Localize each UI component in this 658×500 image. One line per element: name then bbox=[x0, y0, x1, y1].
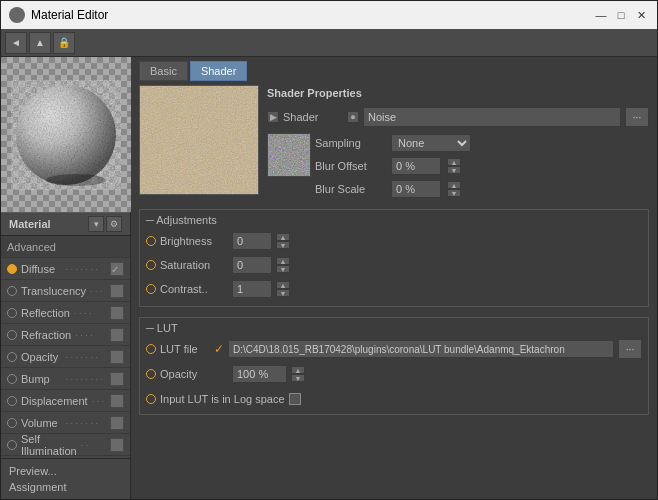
channel-refraction[interactable]: Refraction · · · · bbox=[1, 324, 130, 346]
channel-diffuse[interactable]: Diffuse · · · · · · · ✓ bbox=[1, 258, 130, 280]
channel-volume[interactable]: Volume · · · · · · · bbox=[1, 412, 130, 434]
diffuse-dots: · · · · · · · bbox=[66, 264, 107, 274]
volume-check[interactable] bbox=[110, 416, 124, 430]
brightness-radio[interactable] bbox=[146, 236, 156, 246]
volume-dots: · · · · · · · bbox=[66, 418, 107, 428]
channel-translucency[interactable]: Translucency · · · bbox=[1, 280, 130, 302]
lut-opacity-radio[interactable] bbox=[146, 369, 156, 379]
channel-list: Advanced Diffuse · · · · · · · ✓ Translu… bbox=[1, 236, 130, 458]
shader-dots-button[interactable]: ··· bbox=[625, 107, 649, 127]
saturation-down[interactable]: ▼ bbox=[276, 265, 290, 273]
displacement-check[interactable] bbox=[110, 394, 124, 408]
noise-thumbnail bbox=[267, 133, 311, 177]
lut-log-radio[interactable] bbox=[146, 394, 156, 404]
refraction-check[interactable] bbox=[110, 328, 124, 342]
lut-file-radio[interactable] bbox=[146, 344, 156, 354]
material-menu-button[interactable]: ▾ bbox=[88, 216, 104, 232]
lut-opacity-input[interactable] bbox=[232, 365, 287, 383]
contrast-row: Contrast.. ▲ ▼ bbox=[146, 278, 642, 300]
contrast-label: Contrast.. bbox=[160, 283, 228, 295]
diffuse-label: Diffuse bbox=[21, 263, 62, 275]
material-icon-buttons: ▾ ⚙ bbox=[88, 216, 122, 232]
brightness-input[interactable] bbox=[232, 232, 272, 250]
contrast-up[interactable]: ▲ bbox=[276, 281, 290, 289]
maximize-button[interactable]: □ bbox=[613, 7, 629, 23]
title-controls: — □ ✕ bbox=[593, 7, 649, 23]
brightness-row: Brightness ▲ ▼ bbox=[146, 230, 642, 252]
assignment-link[interactable]: Assignment bbox=[9, 479, 122, 495]
contrast-input[interactable] bbox=[232, 280, 272, 298]
self-illumination-check[interactable] bbox=[110, 438, 124, 452]
refraction-label: Refraction bbox=[21, 329, 71, 341]
minimize-button[interactable]: — bbox=[593, 7, 609, 23]
tab-basic[interactable]: Basic bbox=[139, 61, 188, 81]
brightness-up[interactable]: ▲ bbox=[276, 233, 290, 241]
brightness-label: Brightness bbox=[160, 235, 228, 247]
blur-scale-input[interactable] bbox=[391, 180, 441, 198]
contrast-down[interactable]: ▼ bbox=[276, 289, 290, 297]
saturation-row: Saturation ▲ ▼ bbox=[146, 254, 642, 276]
self-illumination-label: Self Illumination bbox=[21, 433, 77, 457]
noise-small-svg bbox=[268, 134, 311, 177]
volume-radio bbox=[7, 418, 17, 428]
blur-scale-up[interactable]: ▲ bbox=[447, 181, 461, 189]
lut-opacity-row: Opacity ▲ ▼ bbox=[146, 363, 642, 385]
displacement-radio bbox=[7, 396, 17, 406]
shader-expand-btn[interactable]: ▶ bbox=[267, 111, 279, 123]
contrast-radio[interactable] bbox=[146, 284, 156, 294]
reflection-check[interactable] bbox=[110, 306, 124, 320]
shader-props-title: Shader Properties bbox=[267, 87, 649, 99]
lut-path-input[interactable] bbox=[228, 340, 614, 358]
lut-browse-button[interactable]: ··· bbox=[618, 339, 642, 359]
shader-name-input[interactable] bbox=[363, 107, 621, 127]
brightness-down[interactable]: ▼ bbox=[276, 241, 290, 249]
self-illumination-dots: · · bbox=[81, 440, 106, 450]
blur-offset-input[interactable] bbox=[391, 157, 441, 175]
translucency-check[interactable] bbox=[110, 284, 124, 298]
saturation-radio[interactable] bbox=[146, 260, 156, 270]
blur-offset-down[interactable]: ▼ bbox=[447, 166, 461, 174]
left-arrow-button[interactable]: ◄ bbox=[5, 32, 27, 54]
channel-reflection[interactable]: Reflection · · · · bbox=[1, 302, 130, 324]
close-button[interactable]: ✕ bbox=[633, 7, 649, 23]
channel-opacity[interactable]: Opacity · · · · · · · bbox=[1, 346, 130, 368]
lut-opacity-up[interactable]: ▲ bbox=[291, 366, 305, 374]
sphere-preview bbox=[1, 57, 131, 212]
blur-scale-label: Blur Scale bbox=[315, 183, 385, 195]
channel-displacement[interactable]: Displacement · · · bbox=[1, 390, 130, 412]
channel-bump[interactable]: Bump · · · · · · · · bbox=[1, 368, 130, 390]
bump-check[interactable] bbox=[110, 372, 124, 386]
diffuse-check[interactable]: ✓ bbox=[110, 262, 124, 276]
self-illumination-radio bbox=[7, 440, 17, 450]
channel-self-illumination[interactable]: Self Illumination · · bbox=[1, 434, 130, 456]
displacement-label: Displacement bbox=[21, 395, 88, 407]
channel-advanced-label: Advanced bbox=[7, 241, 124, 253]
reflection-dots: · · · · bbox=[74, 308, 106, 318]
lut-check-icon: ✓ bbox=[214, 342, 224, 356]
translucency-label: Translucency bbox=[21, 285, 86, 297]
sampling-select[interactable]: None bbox=[391, 134, 471, 152]
tabs-row: Basic Shader bbox=[131, 57, 657, 81]
channel-advanced[interactable]: Advanced bbox=[1, 236, 130, 258]
lut-opacity-down[interactable]: ▼ bbox=[291, 374, 305, 382]
preview-link[interactable]: Preview... bbox=[9, 463, 122, 479]
opacity-check[interactable] bbox=[110, 350, 124, 364]
shader-play-btn[interactable]: ● bbox=[347, 111, 359, 123]
lock-button[interactable]: 🔒 bbox=[53, 32, 75, 54]
blur-offset-up[interactable]: ▲ bbox=[447, 158, 461, 166]
material-editor-window: Material Editor — □ ✕ ◄ ▲ 🔒 bbox=[0, 0, 658, 500]
refraction-radio bbox=[7, 330, 17, 340]
up-arrow-button[interactable]: ▲ bbox=[29, 32, 51, 54]
displacement-dots: · · · bbox=[92, 396, 106, 406]
bump-dots: · · · · · · · · bbox=[66, 374, 107, 384]
left-panel: .preview-area { background-color: #888; … bbox=[1, 57, 131, 499]
lut-log-label: Input LUT is in Log space bbox=[160, 393, 285, 405]
lut-log-checkbox[interactable] bbox=[289, 393, 301, 405]
diffuse-radio bbox=[7, 264, 17, 274]
tab-shader[interactable]: Shader bbox=[190, 61, 247, 81]
material-options-button[interactable]: ⚙ bbox=[106, 216, 122, 232]
saturation-input[interactable] bbox=[232, 256, 272, 274]
noise-props-fields: Sampling None Blur Offset ▲ ▼ bbox=[315, 133, 471, 199]
saturation-up[interactable]: ▲ bbox=[276, 257, 290, 265]
blur-scale-down[interactable]: ▼ bbox=[447, 189, 461, 197]
